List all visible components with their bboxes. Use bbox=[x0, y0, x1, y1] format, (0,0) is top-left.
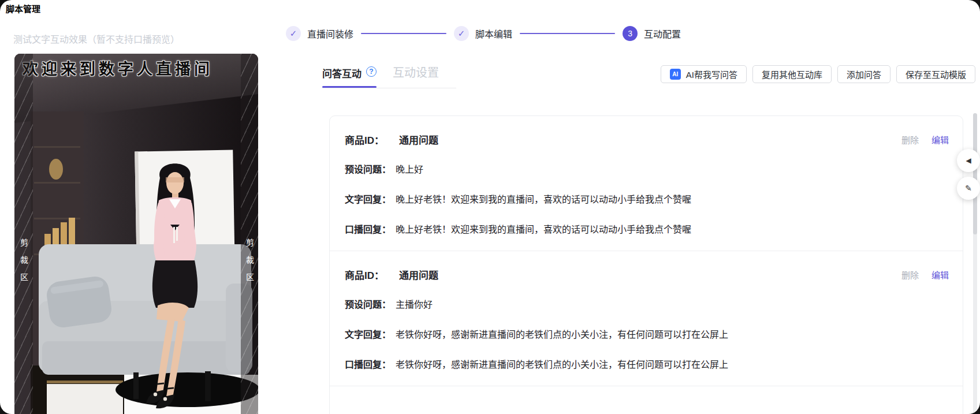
ai-icon: AI bbox=[670, 69, 681, 80]
ai-write-qa-button[interactable]: AI AI帮我写问答 bbox=[661, 65, 747, 83]
crop-zone-label: 剪裁区 bbox=[244, 238, 255, 290]
crop-zone-left: 剪裁区 bbox=[14, 54, 33, 414]
crop-zone-label: 剪裁区 bbox=[18, 238, 29, 290]
delete-link[interactable]: 删除 bbox=[901, 268, 919, 281]
reuse-interaction-library-button[interactable]: 复用其他互动库 bbox=[752, 65, 832, 83]
qa-group: 商品ID： 通用问题 删除 编辑 预设问题： 晚上好 文字回复： 晚上好老铁！欢… bbox=[330, 116, 963, 251]
stepper: ✓ 直播间装修 ✓ 脚本编辑 3 互动配置 bbox=[286, 25, 681, 42]
add-qa-button[interactable]: 添加问答 bbox=[837, 65, 890, 83]
collapse-icon: ◀ bbox=[966, 156, 971, 165]
row-value: 老铁你好呀，感谢新进直播间的老铁们点的小关小注，有任何问题可以打在公屏上 bbox=[396, 328, 728, 342]
qa-list-card: 商品ID： 通用问题 删除 编辑 预设问题： 晚上好 文字回复： 晚上好老铁！欢… bbox=[329, 115, 963, 414]
product-id-value: 通用问题 bbox=[399, 267, 438, 282]
edit-tool-fab-button[interactable]: ✎ bbox=[957, 177, 980, 200]
row-label: 口播回复： bbox=[345, 223, 391, 237]
page-title: 脚本管理 bbox=[6, 2, 40, 14]
spoken-reply-row: 口播回复： 老铁你好呀，感谢新进直播间的老铁们点的小关小注，有任何问题可以打在公… bbox=[345, 358, 948, 372]
spoken-reply-row: 口播回复： 晚上好老铁！欢迎来到我的直播间，喜欢的话可以动动小手给我点个赞喔 bbox=[345, 223, 948, 237]
step-number-badge: 3 bbox=[623, 26, 638, 41]
row-label: 预设问题： bbox=[345, 163, 391, 177]
tab-qa-interaction[interactable]: 问答互动 bbox=[322, 66, 362, 80]
preset-question-row: 预设问题： 主播你好 bbox=[345, 298, 948, 312]
delete-link[interactable]: 删除 bbox=[901, 133, 919, 146]
scrollbar-thumb[interactable] bbox=[973, 113, 977, 234]
welcome-banner: 欢迎来到数字人直播间 bbox=[14, 57, 258, 79]
step-label: 直播间装修 bbox=[307, 27, 353, 40]
stepper-connector bbox=[520, 33, 615, 34]
help-icon[interactable]: ? bbox=[366, 66, 377, 77]
ai-write-qa-label: AI帮我写问答 bbox=[686, 68, 737, 80]
qa-group-header: 商品ID： 通用问题 bbox=[345, 132, 948, 147]
edit-link[interactable]: 编辑 bbox=[931, 268, 949, 281]
text-reply-row: 文字回复： 老铁你好呀，感谢新进直播间的老铁们点的小关小注，有任何问题可以打在公… bbox=[345, 328, 948, 342]
row-label: 文字回复： bbox=[345, 328, 391, 342]
product-id-value: 通用问题 bbox=[399, 132, 438, 147]
tab-interaction-settings[interactable]: 互动设置 bbox=[393, 64, 439, 80]
qa-group: 商品ID： 通用问题 删除 编辑 预设问题： 主播你好 文字回复： 老铁你好呀，… bbox=[330, 251, 963, 386]
check-icon: ✓ bbox=[454, 26, 469, 41]
row-label: 预设问题： bbox=[345, 298, 391, 312]
step-interaction-config[interactable]: 3 互动配置 bbox=[623, 26, 681, 41]
crop-zone-right: 剪裁区 bbox=[241, 54, 258, 414]
preview-subtitle: 测试文字互动效果（暂不支持口播预览） bbox=[13, 32, 180, 46]
collapse-fab-button[interactable]: ◀ bbox=[957, 149, 980, 172]
toolbar: AI AI帮我写问答 复用其他互动库 添加问答 保存至互动模版 bbox=[661, 65, 975, 83]
tab-bar: 问答互动 ? 互动设置 bbox=[322, 64, 439, 80]
active-tab-indicator bbox=[322, 86, 377, 88]
row-value: 晚上好老铁！欢迎来到我的直播间，喜欢的话可以动动小手给我点个赞喔 bbox=[396, 223, 691, 237]
tab-divider bbox=[322, 88, 456, 88]
step-script-edit[interactable]: ✓ 脚本编辑 bbox=[454, 26, 512, 41]
product-id-label: 商品ID： bbox=[345, 132, 384, 147]
check-icon: ✓ bbox=[286, 26, 301, 41]
preset-question-row: 预设问题： 晚上好 bbox=[345, 163, 948, 177]
step-room-decoration[interactable]: ✓ 直播间装修 bbox=[286, 26, 353, 41]
stepper-connector bbox=[361, 33, 446, 34]
qa-group-header: 商品ID： 通用问题 bbox=[345, 267, 948, 282]
text-reply-row: 文字回复： 晚上好老铁！欢迎来到我的直播间，喜欢的话可以动动小手给我点个赞喔 bbox=[345, 193, 948, 207]
app-window: 脚本管理 测试文字互动效果（暂不支持口播预览） ✓ 直播间装修 ✓ 脚本编辑 3… bbox=[0, 0, 980, 414]
preview-scene-illustration bbox=[14, 54, 258, 414]
row-value: 晚上好老铁！欢迎来到我的直播间，喜欢的话可以动动小手给我点个赞喔 bbox=[396, 193, 691, 207]
step-label: 互动配置 bbox=[644, 27, 681, 40]
edit-link[interactable]: 编辑 bbox=[931, 133, 949, 146]
row-value: 老铁你好呀，感谢新进直播间的老铁们点的小关小注，有任何问题可以打在公屏上 bbox=[396, 358, 728, 372]
row-label: 口播回复： bbox=[345, 358, 391, 372]
qa-group-actions: 删除 编辑 bbox=[901, 133, 949, 146]
row-value: 主播你好 bbox=[396, 298, 433, 312]
row-value: 晚上好 bbox=[396, 163, 423, 177]
pencil-icon: ✎ bbox=[965, 184, 972, 193]
step-label: 脚本编辑 bbox=[475, 27, 512, 40]
live-room-preview: 欢迎来到数字人直播间 剪裁区 剪裁区 bbox=[14, 54, 258, 414]
product-id-label: 商品ID： bbox=[345, 267, 384, 282]
row-label: 文字回复： bbox=[345, 193, 391, 207]
qa-group-actions: 删除 编辑 bbox=[901, 268, 949, 281]
save-to-template-button[interactable]: 保存至互动模版 bbox=[896, 65, 975, 83]
